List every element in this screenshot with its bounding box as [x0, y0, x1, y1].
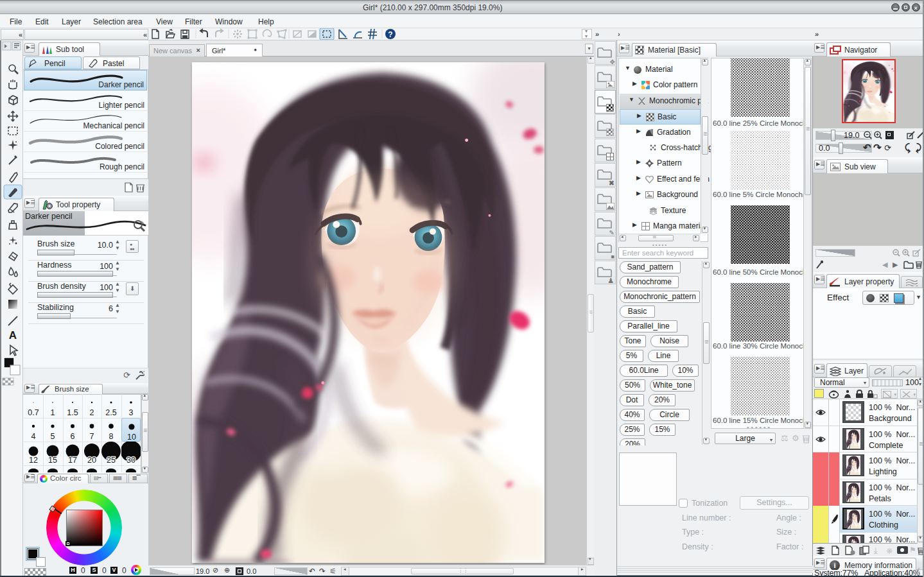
svg-text:A: A — [9, 329, 17, 341]
svg-text:7: 7 — [90, 432, 94, 441]
svg-text:30: 30 — [126, 456, 135, 465]
svg-text:4: 4 — [31, 432, 36, 441]
svg-text:8: 8 — [109, 432, 114, 441]
svg-text:0.7: 0.7 — [28, 408, 39, 417]
svg-text:10: 10 — [127, 433, 136, 442]
svg-text:?: ? — [388, 30, 392, 39]
svg-text:2: 2 — [90, 408, 94, 417]
svg-text:12: 12 — [29, 456, 38, 465]
svg-text:15: 15 — [48, 456, 57, 465]
svg-text:6: 6 — [70, 432, 74, 441]
svg-text:25: 25 — [107, 456, 116, 465]
svg-text:5: 5 — [51, 432, 55, 441]
svg-text:3: 3 — [128, 408, 133, 417]
svg-text:1.5: 1.5 — [67, 408, 78, 417]
svg-text:20: 20 — [87, 456, 96, 465]
svg-text:1: 1 — [51, 408, 55, 417]
svg-text:2.5: 2.5 — [106, 408, 117, 417]
svg-text:17: 17 — [68, 456, 77, 465]
